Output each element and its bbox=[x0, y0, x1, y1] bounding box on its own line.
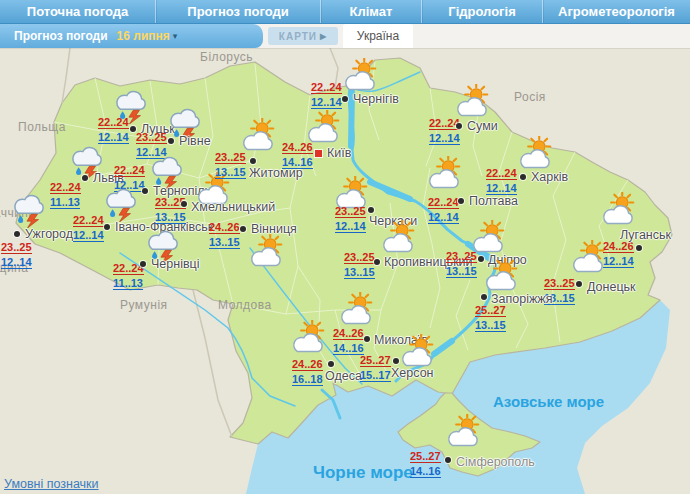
weather-icon-sun-cloud bbox=[288, 320, 328, 360]
temp-high[interactable]: 22..24 bbox=[311, 81, 342, 94]
city-dot bbox=[328, 361, 334, 367]
temp-low[interactable]: 13..15 bbox=[475, 319, 506, 332]
temp-low[interactable]: 15..17 bbox=[360, 369, 391, 382]
temp-low[interactable]: 12..14 bbox=[73, 229, 104, 242]
sea-label: Азовське море bbox=[493, 393, 604, 410]
temp-low[interactable]: 12..14 bbox=[335, 220, 366, 233]
legend-link[interactable]: Умовні позначки bbox=[4, 477, 99, 491]
city-label[interactable]: Харків bbox=[531, 169, 568, 185]
city-label[interactable]: Луганськ bbox=[620, 227, 671, 243]
temp-high[interactable]: 24..26 bbox=[209, 221, 240, 234]
city-dot bbox=[374, 259, 380, 265]
temp-high[interactable]: 23..25 bbox=[215, 151, 246, 164]
temperature-block: 22..2411..13 bbox=[50, 181, 81, 209]
city-label[interactable]: Херсон bbox=[391, 365, 434, 381]
temp-high[interactable]: 24..26 bbox=[282, 141, 313, 154]
city-dot bbox=[364, 336, 370, 342]
temperature-block: 22..2412..14 bbox=[486, 167, 517, 195]
city-label[interactable]: Донецьк bbox=[587, 279, 636, 295]
nav-tab-agrometeorology[interactable]: Агрометеорологія bbox=[543, 0, 690, 23]
country-label: Польща bbox=[18, 120, 66, 134]
temp-low[interactable]: 12..14 bbox=[429, 132, 460, 145]
city-label[interactable]: Рівне bbox=[179, 133, 211, 149]
nav-tab-climate[interactable]: Клімат bbox=[321, 0, 422, 23]
city-label[interactable]: Чернігів bbox=[353, 91, 399, 107]
temperature-block: 25..2714..16 bbox=[410, 450, 441, 478]
city-label[interactable]: Чернівці bbox=[151, 256, 200, 272]
maps-button[interactable]: КАРТИ ▶ bbox=[268, 27, 338, 45]
temp-high[interactable]: 22..24 bbox=[98, 116, 129, 129]
temp-low[interactable]: 13..15 bbox=[344, 266, 375, 279]
temp-high[interactable]: 23..25 bbox=[544, 277, 575, 290]
nav-tab-hydrology[interactable]: Гідрологія bbox=[422, 0, 543, 23]
temp-low[interactable]: 13..15 bbox=[209, 236, 240, 249]
date-selector[interactable]: 16 липня bbox=[117, 29, 170, 43]
region-tab-ukraine[interactable]: Україна bbox=[343, 24, 413, 48]
temp-high[interactable]: 23..25 bbox=[1, 241, 32, 254]
caret-down-icon: ▾ bbox=[173, 31, 178, 41]
country-label: Румунія bbox=[120, 298, 168, 312]
temp-high[interactable]: 22..24 bbox=[113, 262, 144, 275]
temp-high[interactable]: 23..25 bbox=[344, 251, 375, 264]
temp-low[interactable]: 13..15 bbox=[155, 211, 186, 224]
temp-high[interactable]: 24..26 bbox=[292, 358, 323, 371]
weather-icon-sun-cloud bbox=[424, 156, 464, 196]
forecast-tab-label: Прогноз погоди bbox=[14, 29, 108, 43]
temp-low[interactable]: 12..14 bbox=[1, 256, 32, 269]
temperature-block: 23..2513..15 bbox=[155, 196, 186, 224]
forecast-active-tab[interactable]: Прогноз погоди 16 липня ▾ bbox=[0, 24, 263, 48]
temperature-block: 24..2614..16 bbox=[282, 141, 313, 169]
temp-high[interactable]: 22..24 bbox=[73, 214, 104, 227]
temp-low[interactable]: 11..13 bbox=[50, 196, 80, 209]
temp-low[interactable]: 16..18 bbox=[292, 373, 323, 386]
temp-high[interactable]: 22..24 bbox=[429, 117, 460, 130]
temp-low[interactable]: 14..16 bbox=[410, 465, 441, 478]
temperature-block: 24..2613..15 bbox=[209, 221, 240, 249]
temp-high[interactable]: 24..26 bbox=[333, 327, 364, 340]
city-dot bbox=[458, 198, 464, 204]
temp-high[interactable]: 22..24 bbox=[486, 167, 517, 180]
nav-tab-current-weather[interactable]: Поточна погода bbox=[0, 0, 156, 23]
city-label[interactable]: Одеса bbox=[325, 368, 362, 384]
temp-low[interactable]: 11..13 bbox=[113, 277, 143, 290]
temp-high[interactable]: 25..27 bbox=[360, 354, 391, 367]
temp-high[interactable]: 25..27 bbox=[410, 450, 441, 463]
temp-high[interactable]: 22..24 bbox=[114, 164, 145, 177]
temperature-block: 24..2614..16 bbox=[333, 327, 364, 355]
city-dot bbox=[393, 358, 399, 364]
temp-low[interactable]: 14..16 bbox=[282, 156, 313, 169]
city-dot bbox=[140, 261, 146, 267]
temperature-block: 25..2713..15 bbox=[475, 304, 506, 332]
city-label[interactable]: Хмельницький bbox=[191, 199, 275, 215]
temp-high[interactable]: 22..24 bbox=[50, 181, 81, 194]
caret-right-icon: ▶ bbox=[320, 32, 327, 41]
city-label[interactable]: Сімферополь bbox=[456, 454, 535, 470]
weather-icon-sun-cloud bbox=[336, 292, 376, 332]
temperature-block: 23..2513..15 bbox=[446, 250, 477, 278]
temperature-block: 23..2512..14 bbox=[335, 205, 366, 233]
temp-low[interactable]: 13..15 bbox=[446, 265, 477, 278]
temp-high[interactable]: 23..25 bbox=[446, 250, 477, 263]
temp-low[interactable]: 12..14 bbox=[311, 96, 342, 109]
city-label[interactable]: Київ bbox=[327, 145, 351, 161]
weather-icon-sun-cloud bbox=[443, 414, 483, 454]
temp-high[interactable]: 22..24 bbox=[428, 196, 459, 209]
city-dot bbox=[240, 226, 246, 232]
temp-low[interactable]: 12..14 bbox=[428, 211, 459, 224]
city-label[interactable]: Полтава bbox=[469, 193, 518, 209]
temp-high[interactable]: 23..25 bbox=[335, 205, 366, 218]
city-label[interactable]: Вінниця bbox=[251, 221, 297, 237]
temperature-block: 22..2412..14 bbox=[428, 196, 459, 224]
country-label: Росія bbox=[514, 90, 546, 104]
city-label[interactable]: Суми bbox=[467, 118, 498, 134]
nav-tab-forecast[interactable]: Прогноз погоди bbox=[156, 0, 321, 23]
city-dot bbox=[520, 174, 526, 180]
city-dot bbox=[168, 138, 174, 144]
temp-high[interactable]: 23..25 bbox=[136, 131, 167, 144]
maps-button-label: КАРТИ bbox=[279, 31, 317, 42]
city-label[interactable]: Запоріжжя bbox=[491, 291, 552, 307]
temp-low[interactable]: 13..15 bbox=[215, 166, 246, 179]
temp-low[interactable]: 14..16 bbox=[333, 342, 364, 355]
temperature-block: 22..2412..14 bbox=[429, 117, 460, 145]
city-label[interactable]: Ужгород bbox=[25, 226, 73, 242]
